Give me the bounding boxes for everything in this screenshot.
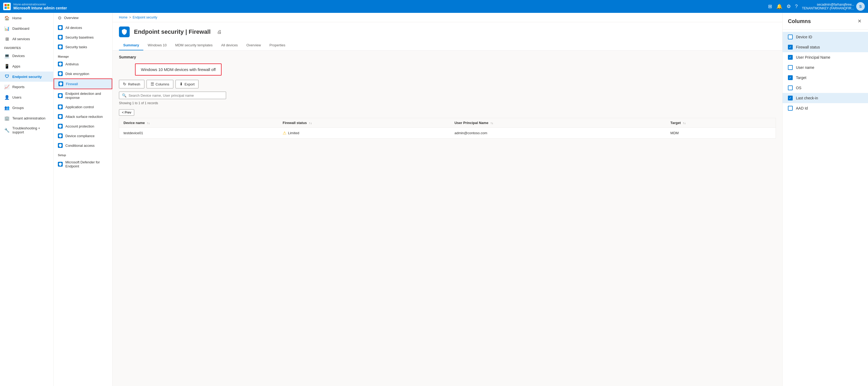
column-item-os[interactable]: OS bbox=[782, 83, 868, 93]
device-name-sort-icon[interactable]: ↑↓ bbox=[147, 121, 150, 125]
checkbox-device-id[interactable] bbox=[788, 35, 793, 39]
firewall-status-value: ⚠ Limited bbox=[283, 130, 446, 135]
user-info-block: secadmin@farhanqfirew... TENANTMONKEY (F… bbox=[802, 3, 854, 10]
search-icon: 🔍 bbox=[122, 93, 126, 97]
firewall-shield-icon bbox=[58, 82, 63, 86]
checkbox-aad-id[interactable] bbox=[788, 106, 793, 110]
sec-nav-all-devices[interactable]: All devices bbox=[54, 23, 112, 32]
print-icon[interactable]: 🖨 bbox=[217, 29, 222, 35]
sidebar-item-all-services[interactable]: ⊞ All services bbox=[0, 34, 53, 44]
sidebar-item-reports[interactable]: 📈 Reports bbox=[0, 82, 53, 92]
sec-nav-application-control[interactable]: Application control bbox=[54, 102, 112, 112]
top-nav-icons: ⊞ 🔔 ⚙ ? secadmin@farhanqfirew... TENANTM… bbox=[768, 2, 865, 11]
sidebar-item-dashboard[interactable]: 📊 Dashboard bbox=[0, 23, 53, 34]
column-label-last-check-in: Last check-in bbox=[796, 96, 818, 100]
tab-mdm-security[interactable]: MDM security templates bbox=[171, 40, 217, 51]
export-button[interactable]: ⬇ Export bbox=[176, 80, 199, 88]
sec-nav-ms-defender[interactable]: Microsoft Defender for Endpoint bbox=[54, 158, 112, 171]
target-sort-icon[interactable]: ↑↓ bbox=[683, 121, 686, 125]
sec-nav-account-protection[interactable]: Account protection bbox=[54, 121, 112, 131]
sec-nav-overview[interactable]: ⊙ Overview bbox=[54, 13, 112, 23]
sec-nav-firewall-label: Firewall bbox=[66, 82, 78, 86]
tab-overview[interactable]: Overview bbox=[242, 40, 265, 51]
column-item-upn[interactable]: User Principal Name bbox=[782, 52, 868, 62]
breadcrumb-separator-1: > bbox=[129, 15, 131, 19]
sidebar-item-tenant-admin[interactable]: 🏢 Tenant administration bbox=[0, 113, 53, 124]
sidebar-item-users[interactable]: 👤 Users bbox=[0, 92, 53, 103]
column-item-device-id[interactable]: Device ID bbox=[782, 32, 868, 42]
upn-sort-icon[interactable]: ↑↓ bbox=[491, 121, 494, 125]
column-item-aad-id[interactable]: AAD Id bbox=[782, 103, 868, 113]
user-avatar[interactable]: S bbox=[856, 2, 865, 11]
column-item-target[interactable]: Target bbox=[782, 73, 868, 83]
attack-surface-shield-icon bbox=[58, 114, 63, 119]
security-baselines-shield-icon bbox=[58, 35, 63, 40]
column-item-user-name[interactable]: User name bbox=[782, 62, 868, 73]
sec-nav-account-protection-label: Account protection bbox=[65, 124, 94, 128]
page-tabs: Summary Windows 10 MDM security template… bbox=[119, 40, 776, 51]
sidebar-item-troubleshooting[interactable]: 🔧 Troubleshooting + support bbox=[0, 124, 53, 137]
col-header-upn[interactable]: User Principal Name ↑↓ bbox=[450, 118, 666, 128]
breadcrumb-home[interactable]: Home bbox=[119, 15, 127, 19]
checkbox-firewall-status[interactable] bbox=[788, 45, 793, 50]
sec-nav-endpoint-detection[interactable]: Endpoint detection and response bbox=[54, 89, 112, 102]
sec-nav-security-baselines[interactable]: Security baselines bbox=[54, 32, 112, 42]
all-devices-shield-icon bbox=[58, 25, 63, 30]
apps-icon: 📱 bbox=[4, 64, 10, 69]
svg-rect-2 bbox=[5, 7, 7, 9]
tab-summary[interactable]: Summary bbox=[119, 40, 143, 51]
sec-nav-security-tasks[interactable]: Security tasks bbox=[54, 42, 112, 52]
notification-icon[interactable]: 🔔 bbox=[776, 3, 782, 9]
sec-nav-attack-surface[interactable]: Attack surface reduction bbox=[54, 112, 112, 121]
user-profile[interactable]: secadmin@farhanqfirew... TENANTMONKEY (F… bbox=[802, 2, 865, 11]
disk-encryption-shield-icon bbox=[58, 71, 63, 76]
checkbox-last-check-in[interactable] bbox=[788, 96, 793, 100]
search-box[interactable]: 🔍 bbox=[119, 92, 226, 99]
conditional-access-shield-icon bbox=[58, 143, 63, 148]
top-navigation: Intune-administratörscenter Microsoft In… bbox=[0, 0, 868, 13]
column-item-last-check-in[interactable]: Last check-in bbox=[782, 93, 868, 103]
sidebar-item-endpoint-security[interactable]: 🛡 Endpoint security bbox=[0, 71, 53, 82]
sec-nav-disk-encryption[interactable]: Disk encryption bbox=[54, 69, 112, 78]
close-columns-panel-button[interactable]: ✕ bbox=[857, 17, 863, 25]
main-layout: 🏠 Home 📊 Dashboard ⊞ All services FAVORI… bbox=[0, 13, 868, 386]
sec-nav-antivirus[interactable]: Antivirus bbox=[54, 59, 112, 69]
summary-callout[interactable]: Windows 10 MDM devices with firewall off bbox=[135, 63, 222, 75]
sidebar-item-apps[interactable]: 📱 Apps bbox=[0, 61, 53, 71]
sec-nav-firewall[interactable]: Firewall bbox=[54, 78, 112, 89]
search-input[interactable] bbox=[129, 94, 223, 97]
summary-tab-label: Summary bbox=[119, 55, 136, 59]
column-item-firewall-status[interactable]: Firewall status bbox=[782, 42, 868, 52]
sidebar-item-home[interactable]: 🏠 Home bbox=[0, 13, 53, 23]
sidebar-item-groups[interactable]: 👥 Groups bbox=[0, 103, 53, 113]
checkbox-os[interactable] bbox=[788, 86, 793, 90]
table-row[interactable]: testdevice01 ⚠ Limited admin@contoso.com… bbox=[119, 128, 776, 138]
svg-rect-1 bbox=[7, 4, 9, 6]
settings-icon[interactable]: ⚙ bbox=[786, 3, 791, 9]
overview-icon: ⊙ bbox=[58, 15, 61, 20]
breadcrumb-endpoint-security[interactable]: Endpoint security bbox=[133, 15, 157, 19]
col-header-firewall-status[interactable]: Firewall status ↑↓ bbox=[278, 118, 450, 128]
columns-panel: Columns ✕ Device ID Firewall status User… bbox=[782, 13, 868, 386]
sec-nav-conditional-access-label: Conditional access bbox=[65, 143, 95, 148]
tab-windows10[interactable]: Windows 10 bbox=[143, 40, 171, 51]
col-header-target[interactable]: Target ↑↓ bbox=[666, 118, 776, 128]
checkbox-target[interactable] bbox=[788, 75, 793, 80]
prev-page-button[interactable]: < Prev bbox=[119, 109, 134, 116]
sec-nav-conditional-access[interactable]: Conditional access bbox=[54, 141, 112, 150]
sidebar-item-devices[interactable]: 💻 Devices bbox=[0, 51, 53, 61]
home-icon: 🏠 bbox=[4, 15, 10, 21]
tab-all-devices[interactable]: All devices bbox=[217, 40, 242, 51]
col-header-device-name[interactable]: Device name ↑↓ bbox=[119, 118, 279, 128]
checkbox-upn[interactable] bbox=[788, 55, 793, 60]
checkbox-user-name[interactable] bbox=[788, 65, 793, 70]
svg-rect-3 bbox=[7, 7, 9, 9]
help-icon[interactable]: ? bbox=[795, 4, 798, 9]
sec-nav-device-compliance[interactable]: Device compliance bbox=[54, 131, 112, 141]
svg-rect-0 bbox=[5, 4, 7, 6]
portal-icon[interactable]: ⊞ bbox=[768, 3, 772, 9]
columns-button[interactable]: ☰ Columns bbox=[147, 80, 173, 88]
refresh-button[interactable]: ↻ Refresh bbox=[119, 80, 145, 88]
tab-properties[interactable]: Properties bbox=[265, 40, 289, 51]
firewall-status-sort-icon[interactable]: ↑↓ bbox=[309, 121, 312, 125]
